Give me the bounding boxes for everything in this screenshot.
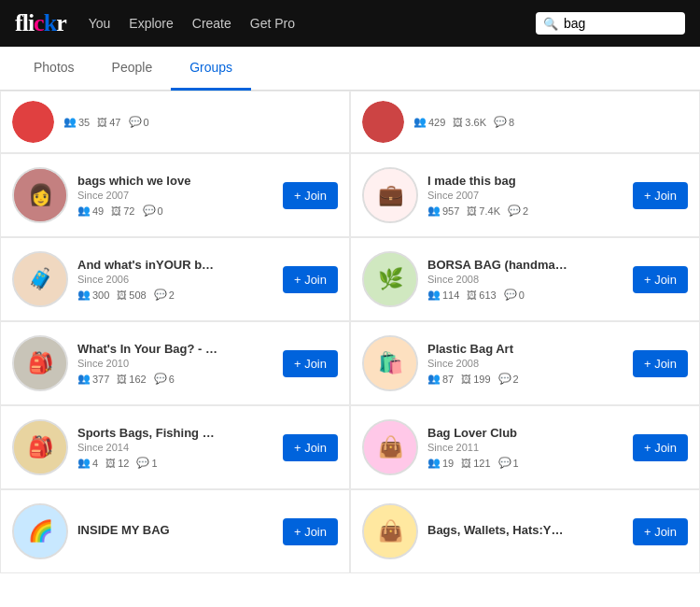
- groups-grid: 👩bags which we loveSince 2007 👥 49 🖼 72 …: [0, 153, 700, 573]
- group-name-9[interactable]: INSIDE MY BAG: [77, 523, 217, 537]
- members-icon: 👥: [427, 205, 441, 217]
- stat-members: 👥 957: [427, 205, 459, 217]
- group-since-4: Since 2008: [427, 274, 623, 285]
- group-since-8: Since 2011: [427, 442, 623, 453]
- comments-icon: 💬: [129, 116, 142, 128]
- comments-count: 0: [158, 205, 163, 217]
- search-box: 🔍: [536, 12, 685, 35]
- tab-people[interactable]: People: [93, 47, 172, 91]
- members-icon: 👥: [77, 205, 91, 217]
- join-button-8[interactable]: + Join: [633, 434, 688, 461]
- nav-explore[interactable]: Explore: [129, 16, 173, 31]
- stat-members: 👥 35: [63, 116, 90, 128]
- members-icon: 👥: [427, 289, 441, 301]
- partial-item-left: 👥 35 🖼 47 💬 0: [0, 91, 350, 153]
- group-item-10: 👜Bags, Wallets, Hats:YO...+ Join: [350, 489, 700, 573]
- members-count: 377: [92, 374, 109, 385]
- members-count: 300: [92, 289, 109, 301]
- content: 👥 35 🖼 47 💬 0 👥 429: [0, 91, 700, 573]
- stat-members: 👥 300: [77, 289, 109, 301]
- stat-photos: 🖼 7.4K: [467, 205, 500, 217]
- stat-photos: 🖼 72: [111, 205, 134, 217]
- join-button-3[interactable]: + Join: [283, 266, 338, 293]
- stat-photos: 🖼 613: [467, 289, 496, 301]
- join-button-4[interactable]: + Join: [633, 266, 688, 293]
- nav: You Explore Create Get Pro: [89, 16, 513, 31]
- group-stats-1: 👥 49 🖼 72 💬 0: [77, 205, 273, 217]
- photos-icon: 🖼: [111, 205, 121, 217]
- members-value: 429: [428, 117, 445, 128]
- group-name-10[interactable]: Bags, Wallets, Hats:YO...: [427, 523, 567, 537]
- nav-getpro[interactable]: Get Pro: [250, 16, 295, 31]
- join-button-10[interactable]: + Join: [633, 518, 688, 545]
- group-stats-8: 👥 19 🖼 121 💬 1: [427, 457, 623, 469]
- partial-avatar-left: [12, 101, 54, 143]
- comments-icon: 💬: [136, 457, 149, 469]
- stat-members: 👥 114: [427, 289, 459, 301]
- group-avatar-7: 🎒: [12, 419, 68, 475]
- group-name-1[interactable]: bags which we love: [77, 174, 217, 188]
- comments-count: 2: [523, 205, 528, 217]
- comments-icon: 💬: [498, 373, 511, 385]
- join-button-1[interactable]: + Join: [283, 182, 338, 209]
- group-name-6[interactable]: Plastic Bag Art: [427, 342, 567, 356]
- logo[interactable]: flickr: [15, 9, 66, 37]
- join-button-6[interactable]: + Join: [633, 350, 688, 377]
- group-info-3: And what's inYOUR ba...Since 2006 👥 300 …: [77, 258, 273, 301]
- group-name-5[interactable]: What's In Your Bag? - N...: [77, 342, 217, 356]
- tab-groups[interactable]: Groups: [171, 47, 251, 91]
- group-item-2: 💼I made this bagSince 2007 👥 957 🖼 7.4K …: [350, 153, 700, 237]
- photos-icon: 🖼: [467, 289, 477, 301]
- group-since-3: Since 2006: [77, 274, 273, 285]
- members-icon: 👥: [77, 457, 91, 469]
- partial-avatar-right: [362, 101, 404, 143]
- group-info-10: Bags, Wallets, Hats:YO...: [427, 523, 623, 541]
- nav-create[interactable]: Create: [192, 16, 231, 31]
- stat-photos: 🖼 12: [105, 458, 129, 469]
- group-avatar-9: 🌈: [12, 503, 68, 559]
- photos-value: 3.6K: [465, 117, 486, 128]
- photos-count: 121: [473, 458, 490, 469]
- join-button-2[interactable]: + Join: [633, 182, 688, 209]
- group-name-7[interactable]: Sports Bags, Fishing B...: [77, 426, 217, 440]
- partial-stats-left: 👥 35 🖼 47 💬 0: [63, 116, 149, 128]
- group-name-8[interactable]: Bag Lover Club: [427, 426, 567, 440]
- comments-value: 8: [509, 117, 514, 128]
- group-name-2[interactable]: I made this bag: [427, 174, 567, 188]
- photos-icon: 🖼: [461, 374, 471, 385]
- group-stats-2: 👥 957 🖼 7.4K 💬 2: [427, 205, 623, 217]
- group-name-4[interactable]: BORSA BAG (handmac...: [427, 258, 567, 272]
- group-avatar-4: 🌿: [362, 251, 418, 307]
- search-input[interactable]: [564, 16, 676, 31]
- group-name-3[interactable]: And what's inYOUR ba...: [77, 258, 217, 272]
- group-avatar-6: 🛍️: [362, 335, 418, 391]
- join-button-7[interactable]: + Join: [283, 434, 338, 461]
- comments-count: 0: [519, 289, 525, 301]
- photos-icon: 🖼: [453, 117, 463, 128]
- members-count: 87: [442, 374, 454, 385]
- tab-photos[interactable]: Photos: [15, 47, 93, 91]
- group-since-6: Since 2008: [427, 358, 623, 369]
- stat-comments: 💬 0: [143, 205, 163, 217]
- comments-value: 0: [144, 117, 149, 128]
- join-button-9[interactable]: + Join: [283, 518, 338, 545]
- group-info-2: I made this bagSince 2007 👥 957 🖼 7.4K 💬…: [427, 174, 623, 217]
- members-icon: 👥: [77, 289, 91, 301]
- group-avatar-5: 🎒: [12, 335, 68, 391]
- photos-count: 7.4K: [479, 205, 500, 217]
- members-count: 19: [442, 458, 454, 469]
- stat-members: 👥 87: [427, 373, 454, 385]
- group-avatar-10: 👜: [362, 503, 418, 559]
- tabs: Photos People Groups: [0, 47, 700, 91]
- join-button-5[interactable]: + Join: [283, 350, 338, 377]
- comments-count: 2: [169, 289, 175, 301]
- nav-you[interactable]: You: [89, 16, 111, 31]
- group-info-7: Sports Bags, Fishing B...Since 2014 👥 4 …: [77, 426, 273, 469]
- comments-icon: 💬: [143, 205, 156, 217]
- group-item-5: 🎒What's In Your Bag? - N...Since 2010 👥 …: [0, 321, 350, 405]
- stat-comments: 💬 8: [494, 116, 514, 128]
- photos-count: 162: [129, 374, 146, 385]
- stat-members: 👥 429: [413, 116, 445, 128]
- group-avatar-2: 💼: [362, 167, 418, 223]
- comments-count: 1: [151, 458, 157, 469]
